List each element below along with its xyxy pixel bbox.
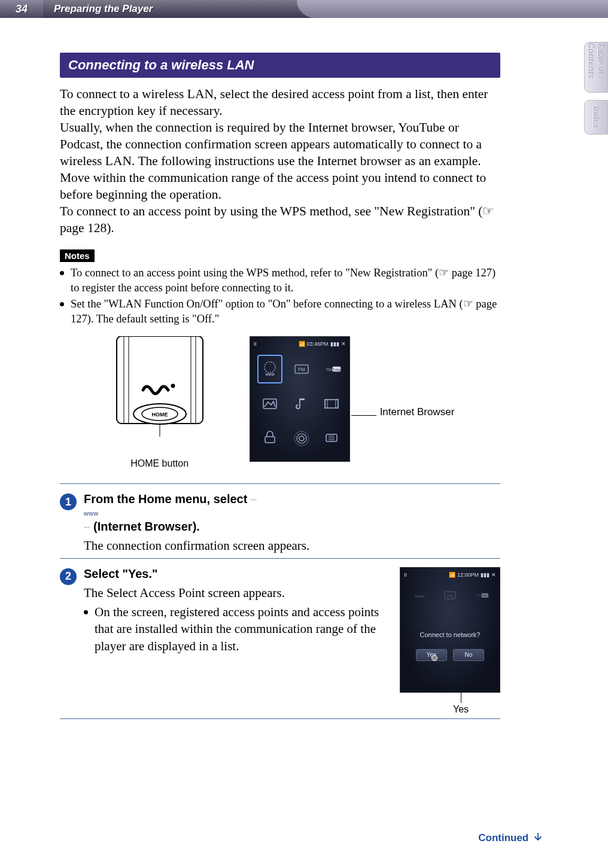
statusbar-play-icon: II [254, 341, 257, 347]
svg-point-8 [265, 362, 275, 373]
page-number: 34 [0, 0, 43, 18]
internet-browser-icon[interactable]: www [257, 355, 282, 383]
svg-text:FM: FM [447, 593, 454, 598]
statusbar-close-icon: ✕ [341, 341, 346, 347]
step-1-title-post: (Internet Browser). [90, 520, 200, 533]
music-icon[interactable] [291, 389, 312, 418]
fm-radio-icon: FM [442, 588, 458, 602]
figure-confirm-wrap: II 📶 12:00PM ▮▮▮ ✕ www FM YouTube [400, 567, 500, 715]
tab-index-label: Index [591, 106, 601, 129]
step-separator [60, 718, 500, 719]
callout-line [351, 415, 376, 416]
cursor-icon [431, 655, 437, 661]
figure-player: HOME HOME button [106, 336, 214, 469]
svg-point-21 [297, 434, 306, 443]
intro-paragraph: To connect to a wireless LAN, select the… [60, 86, 500, 236]
section-title: Connecting to a wireless LAN [60, 53, 500, 78]
step-2: 2 Select "Yes." The Select Access Point … [60, 567, 500, 715]
step-number: 2 [60, 568, 77, 585]
statusbar-wlan-icon: 📶 [299, 341, 305, 347]
svg-point-20 [299, 436, 304, 441]
step-1: 1 From the Home menu, select ⋯www⋯ (Inte… [60, 492, 500, 554]
svg-text:You: You [326, 367, 333, 371]
device-home-screen: II 📶 03:46PM ▮▮▮ ✕ www FM [250, 336, 350, 462]
youtube-icon[interactable]: YouTube [321, 355, 342, 383]
video-icon[interactable] [321, 389, 342, 418]
notes-list: To connect to an access point using the … [60, 266, 500, 327]
step-1-body: The connection confirmation screen appea… [84, 537, 500, 554]
figure-screen-wrap: II 📶 03:46PM ▮▮▮ ✕ www FM [250, 336, 455, 462]
tab-index[interactable]: Index [584, 100, 608, 135]
internet-browser-icon: www [411, 588, 428, 602]
statusbar-time: 12:00PM [457, 572, 479, 578]
side-tabs: Table of Contents Index [584, 42, 608, 142]
statusbar-time: 03:46PM [307, 341, 329, 347]
podcast-icon[interactable] [257, 424, 282, 453]
noise-cancel-icon[interactable] [291, 424, 312, 453]
step-1-title: From the Home menu, select ⋯www⋯ (Intern… [84, 492, 500, 534]
svg-text:Tube: Tube [482, 594, 489, 597]
chapter-title: Preparing the Player [54, 3, 153, 15]
svg-rect-16 [325, 400, 338, 408]
notes-label: Notes [60, 249, 95, 262]
down-arrow-icon [534, 833, 542, 845]
tab-toc-label: Table of Contents [586, 42, 606, 92]
no-button[interactable]: No [453, 649, 484, 661]
fm-radio-icon[interactable]: FM [291, 355, 312, 383]
svg-text:Tube: Tube [332, 368, 341, 371]
svg-text:FM: FM [298, 367, 305, 372]
figures-row: HOME HOME button II 📶 03:46PM ▮▮▮ ✕ [60, 336, 500, 469]
step-separator [60, 483, 500, 484]
note-item: To connect to an access point using the … [60, 266, 500, 296]
statusbar-close-icon: ✕ [491, 572, 496, 578]
step-1-title-pre: From the Home menu, select [84, 492, 251, 505]
statusbar-wlan-icon: 📶 [449, 572, 455, 578]
page-header: 34 Preparing the Player [0, 0, 608, 18]
statusbar-play-icon: II [404, 572, 407, 578]
dialog-buttons: Yes No [404, 649, 496, 661]
photos-icon[interactable] [257, 389, 282, 418]
svg-text:www: www [414, 593, 425, 599]
svg-text:www: www [265, 372, 275, 376]
step-2-title: Select "Yes." [84, 567, 382, 581]
svg-rect-19 [265, 437, 275, 443]
header-curve [297, 0, 608, 18]
step-number: 1 [60, 494, 77, 510]
device-confirm-screen: II 📶 12:00PM ▮▮▮ ✕ www FM YouTube [400, 567, 500, 693]
page-content: Connecting to a wireless LAN To connect … [0, 18, 608, 719]
dimmed-icon-row: www FM YouTube [404, 588, 496, 602]
step-2-bullets: On the screen, registered access points … [84, 604, 382, 654]
step-separator [60, 558, 500, 559]
internet-browser-label: Internet Browser [380, 406, 455, 418]
home-button-label: HOME button [106, 458, 214, 469]
yes-callout: Yes [421, 691, 500, 715]
callout-line [461, 691, 461, 703]
statusbar: II 📶 12:00PM ▮▮▮ ✕ [404, 570, 496, 580]
step-2-line1: The Select Access Point screen appears. [84, 584, 382, 601]
youtube-icon: YouTube [472, 588, 489, 602]
home-icon-grid: www FM YouTube [254, 349, 346, 459]
statusbar-battery-icon: ▮▮▮ [330, 341, 339, 347]
continued-indicator: Continued [478, 832, 542, 844]
continued-text: Continued [478, 832, 528, 843]
tab-toc[interactable]: Table of Contents [584, 42, 608, 93]
list-item: On the screen, registered access points … [84, 604, 382, 654]
yes-label: Yes [421, 704, 500, 715]
svg-text:HOME: HOME [151, 412, 168, 418]
settings-icon[interactable] [321, 424, 342, 453]
dialog-text: Connect to network? [420, 631, 481, 638]
note-item: Set the "WLAN Function On/Off" option to… [60, 297, 500, 327]
statusbar-battery-icon: ▮▮▮ [481, 572, 490, 578]
svg-point-3 [171, 384, 175, 388]
statusbar: II 📶 03:46PM ▮▮▮ ✕ [254, 339, 346, 349]
player-illustration: HOME [106, 336, 214, 455]
dialog-area: Connect to network? Yes No [404, 602, 496, 690]
svg-text:You: You [476, 593, 482, 597]
